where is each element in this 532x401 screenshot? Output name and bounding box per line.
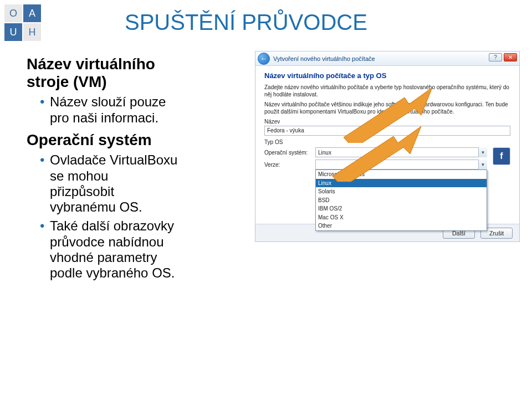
os-option[interactable]: Other [316, 222, 487, 230]
bullet-text: Ovladače VirtualBoxu [50, 152, 177, 167]
window-buttons: ? ✕ [489, 53, 517, 61]
back-button[interactable]: ← [258, 53, 270, 65]
os-icon: f [493, 147, 510, 165]
bullet-item: Ovladače VirtualBoxu se mohou přizpůsobi… [40, 152, 245, 215]
bullet-item: Název slouží pouze pro naši informaci. [40, 94, 245, 126]
heading-line: stroje (VM) [27, 73, 107, 90]
logo-cell-o: O [4, 4, 22, 22]
os-option[interactable]: IBM OS/2 [316, 204, 487, 213]
bullet-text: Název slouží pouze [50, 94, 166, 109]
logo: O A U H [4, 4, 41, 41]
label-version: Verze: [264, 162, 312, 168]
os-option[interactable]: BSD [316, 196, 487, 205]
chevron-down-icon[interactable]: ▼ [478, 160, 487, 169]
step-heading: Název virtuálního počítače a typ OS [264, 71, 510, 80]
label-operating-system: Operační systém: [264, 150, 312, 156]
content-column: Název virtuálního stroje (VM) Název slou… [27, 55, 245, 287]
bullet-text: pro naši informaci. [50, 110, 158, 125]
logo-cell-h: H [23, 23, 41, 41]
svg-marker-1 [332, 126, 421, 182]
bullet-text: Také další obrazovky [50, 218, 174, 233]
heading-line: Název virtuálního [27, 55, 155, 73]
bullet-text: se mohou [50, 168, 108, 183]
help-button[interactable]: ? [489, 53, 502, 61]
os-option[interactable]: Solaris [316, 187, 487, 196]
heading-vm-name: Název virtuálního stroje (VM) [27, 55, 245, 91]
arrow-annotation-icon [332, 126, 421, 182]
heading-os: Operační systém [27, 131, 245, 149]
dialog-titlebar: ← Vytvoření nového virtuálního počítače … [255, 52, 519, 66]
bullet-text: přizpůsobit [50, 184, 114, 199]
chevron-down-icon[interactable]: ▼ [478, 147, 487, 157]
close-button[interactable]: ✕ [504, 53, 517, 61]
logo-cell-a: A [23, 4, 41, 22]
slide-title: SPUŠTĚNÍ PRŮVODCE [125, 10, 367, 35]
logo-cell-u: U [4, 23, 22, 41]
arrow-left-icon: ← [260, 54, 268, 63]
bullet-item: Také další obrazovky průvodce nabídnou v… [40, 218, 245, 281]
bullet-text: vybranému OS. [50, 199, 142, 214]
os-option[interactable]: Mac OS X [316, 213, 487, 222]
dialog-title: Vytvoření nového virtuálního počítače [273, 55, 375, 62]
bullet-text: průvodce nabídnou [50, 234, 164, 249]
bullet-text: vhodné parametry [50, 250, 157, 265]
bullet-text: podle vybraného OS. [50, 265, 175, 280]
